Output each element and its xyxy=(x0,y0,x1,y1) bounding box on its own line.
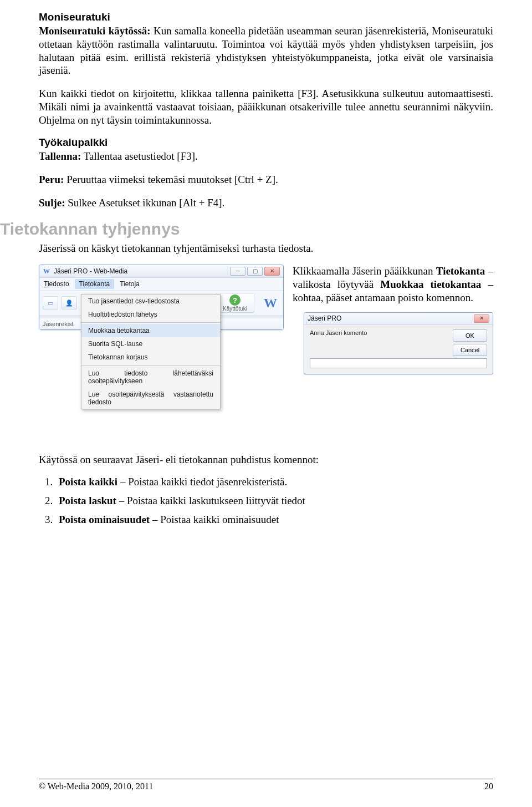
section-heading-tyokalupalkki: Työkalupalkki xyxy=(39,136,493,149)
run-bold: Poista kaikki xyxy=(59,476,117,488)
paragraph: Jäserissä on käskyt tietokannan tyhjentä… xyxy=(39,242,493,255)
user-icon: 👤 xyxy=(65,300,73,307)
paragraph: Peru: Peruuttaa viimeksi tekemäsi muutok… xyxy=(39,173,493,186)
section-heading-moniseuratuki: Moniseuratuki xyxy=(39,11,493,23)
dialog-close-button[interactable]: ✕ xyxy=(474,314,489,323)
menu-item-luo-osoitepaivitys[interactable]: Luo tiedosto lähetettäväksi osoitepäivit… xyxy=(81,367,220,388)
maximize-button[interactable]: ▢ xyxy=(247,267,263,276)
run-bold: Poista ominaisuudet xyxy=(59,514,150,525)
close-button[interactable]: ✕ xyxy=(264,267,280,276)
dialog-window: Jäseri PRO ✕ OK Cancel Anna Jäseri komen… xyxy=(304,312,493,374)
menu-item-suorita-sql[interactable]: Suorita SQL-lause xyxy=(81,337,220,351)
figure-row: W Jäseri PRO - Web-Media ─ ▢ ✕ Tiedosto … xyxy=(39,265,493,374)
dialog-titlebar: Jäseri PRO ✕ xyxy=(304,313,493,325)
menubar: Tiedosto Tietokanta Tietoja xyxy=(39,278,283,291)
idcard-icon: ▭ xyxy=(48,300,53,307)
heading-tietokannan-tyhjennys: Tietokannan tyhjennys xyxy=(0,220,493,238)
dialog-title: Jäseri PRO xyxy=(308,314,341,322)
list-item: Poista kaikki – Poistaa kaikki tiedot jä… xyxy=(55,476,493,488)
run-bold: Moniseuratuki käytössä: xyxy=(39,25,151,37)
ok-button[interactable]: OK xyxy=(453,329,487,342)
menu-separator xyxy=(81,322,220,323)
run-bold: Tallenna: xyxy=(39,150,81,162)
run: Tallentaa asetustiedot [F3]. xyxy=(81,150,197,162)
run-bold: Sulje: xyxy=(39,197,65,209)
run: Sulkee Asetukset ikkunan [Alt + F4]. xyxy=(65,197,225,209)
cancel-button[interactable]: Cancel xyxy=(453,344,487,356)
footer-copyright: © Web-Media 2009, 2010, 2011 xyxy=(39,781,153,791)
paragraph: Tallenna: Tallentaa asetustiedot [F3]. xyxy=(39,150,493,163)
command-list: Poista kaikki – Poistaa kaikki tiedot jä… xyxy=(52,476,493,526)
list-item: Poista laskut – Poistaa kaikki laskutuks… xyxy=(55,495,493,507)
app-icon: W xyxy=(43,267,50,275)
window-title: Jäseri PRO - Web-Media xyxy=(54,267,127,275)
menu-tiedosto[interactable]: Tiedosto xyxy=(39,279,74,289)
paragraph: Käytössä on seuraavat Jäseri- eli tietok… xyxy=(39,453,493,466)
app-window: W Jäseri PRO - Web-Media ─ ▢ ✕ Tiedosto … xyxy=(39,265,284,330)
help-icon: ? xyxy=(229,295,241,306)
menu-item-lue-osoitepaivitys[interactable]: Lue osoitepäivityksestä vastaanotettu ti… xyxy=(81,388,220,409)
run: – Poistaa kaikki laskutukseen liittyvät … xyxy=(116,495,305,506)
titlebar: W Jäseri PRO - Web-Media ─ ▢ ✕ xyxy=(39,265,283,278)
menu-item-tietokannan-korjaus[interactable]: Tietokannan korjaus xyxy=(81,351,220,364)
menu-item-tuo-csv[interactable]: Tuo jäsentiedot csv-tiedostosta xyxy=(81,295,220,308)
command-input[interactable] xyxy=(310,358,487,368)
toolbar-button-2[interactable]: 👤 xyxy=(62,296,77,309)
menu-separator xyxy=(81,365,220,366)
list-item: Poista ominaisuudet – Poistaa kaikki omi… xyxy=(55,514,493,526)
menu-item-muokkaa-tietokantaa[interactable]: Muokkaa tietokantaa xyxy=(81,324,220,337)
paragraph: Moniseuratuki käytössä: Kun samalla kone… xyxy=(39,24,493,77)
run: – Poistaa kaikki ominaisuudet xyxy=(150,514,279,525)
run-bold: Poista laskut xyxy=(59,495,116,506)
run-bold: Tietokanta xyxy=(436,265,485,277)
page-number: 20 xyxy=(484,781,493,791)
toolbar-button-1[interactable]: ▭ xyxy=(43,296,58,309)
run: – Poistaa kaikki tiedot jäsenrekisterist… xyxy=(117,476,287,488)
dropdown-tietokanta: Tuo jäsentiedot csv-tiedostosta Huoltoti… xyxy=(81,294,221,409)
run-bold: Muokkaa tietokantaa xyxy=(380,278,481,290)
menu-tietoja[interactable]: Tietoja xyxy=(115,279,144,289)
menu-tietokanta[interactable]: Tietokanta xyxy=(75,279,115,289)
minimize-button[interactable]: ─ xyxy=(230,267,245,276)
paragraph: Kun kaikki tiedot on kirjoitettu, klikka… xyxy=(39,87,493,126)
page-footer: © Web-Media 2009, 2010, 2011 20 xyxy=(39,779,493,791)
run-bold: Peru: xyxy=(39,174,64,185)
logo-icon: W xyxy=(261,295,280,311)
window-buttons: ─ ▢ ✕ xyxy=(230,267,280,276)
paragraph: Klikkaamalla Jäserin pääikkunan Tietokan… xyxy=(293,265,493,304)
run: Klikkaamalla Jäserin pääikkunan xyxy=(293,265,436,277)
help-label: Käyttötuki xyxy=(223,306,247,312)
run: Peruuttaa viimeksi tekemäsi muutokset [C… xyxy=(64,174,278,185)
help-group[interactable]: ? Käyttötuki xyxy=(216,293,254,313)
menu-item-huoltotiedosto[interactable]: Huoltotiedoston lähetys xyxy=(81,308,220,321)
paragraph: Sulje: Sulkee Asetukset ikkunan [Alt + F… xyxy=(39,196,493,210)
